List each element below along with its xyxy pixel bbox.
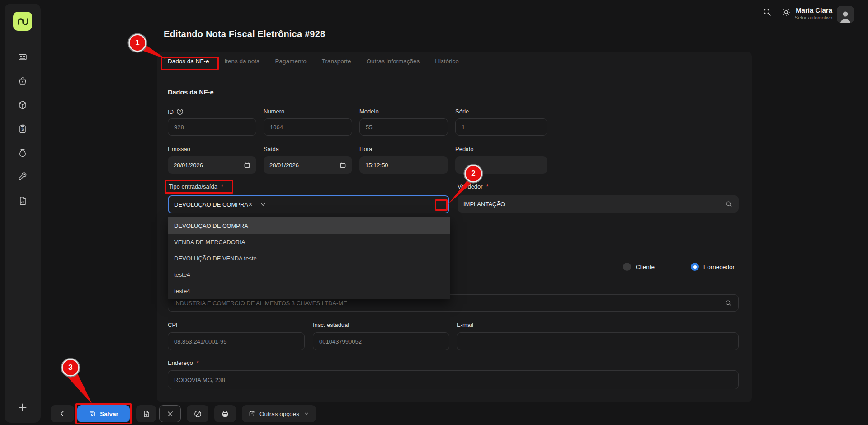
sidebar-item-contacts[interactable] [18,52,28,62]
tab-pagamento[interactable]: Pagamento [275,58,307,65]
external-link-icon [248,410,255,417]
calendar-icon[interactable] [340,162,346,169]
vendedor-label: Vendedor* [458,183,488,190]
emissao-label: Emissão [168,146,190,152]
brand-squiggle-icon [15,14,30,28]
emissao-date-field[interactable]: 28/01/2026 [168,156,256,174]
modelo-field[interactable]: 55 [359,118,448,136]
radio-cliente[interactable]: Cliente [623,262,655,271]
tab-historico[interactable]: Histórico [435,58,459,65]
export-document-button[interactable] [136,405,156,422]
id-label: ID ? [168,108,184,115]
annotation-rect-salvar [75,403,132,424]
radio-fornecedor[interactable]: Fornecedor [691,262,735,271]
app-window: $ Maria Cla [0,0,868,425]
sidebar-item-reports[interactable] [18,196,28,206]
annotation-rect-chevron [435,199,448,211]
endereco-field[interactable]: RODOVIA MG, 238 [168,370,739,389]
insc-estadual-field[interactable]: 0010437990052 [313,332,449,350]
dropdown-option[interactable]: teste4 [168,266,450,283]
brand-logo[interactable] [13,12,32,31]
tab-transporte[interactable]: Transporte [322,58,351,65]
sidebar-item-sales[interactable] [18,76,28,86]
dropdown-option[interactable]: DEVOLUÇÃO DE COMPRA [168,217,450,234]
document-arrow-icon [142,410,150,418]
block-icon [193,410,202,418]
search-icon[interactable] [725,299,732,307]
sidebar-item-finance[interactable] [18,148,28,158]
close-icon [167,411,174,417]
svg-text:$: $ [21,127,24,132]
email-field[interactable] [457,332,739,350]
search-icon[interactable] [762,7,772,17]
modelo-label: Modelo [359,108,379,115]
cpf-label: CPF [168,321,179,328]
dropdown-option[interactable]: teste4 [168,283,450,299]
hora-label: Hora [359,146,372,152]
user-role: Setor automotivo [795,15,832,20]
chevron-left-icon [58,410,66,418]
search-icon[interactable] [725,200,733,208]
chevron-down-icon[interactable] [259,200,267,208]
cancel-button[interactable] [187,405,208,422]
printer-icon [221,410,229,418]
tab-bar: Dados da NF-e Itens da nota Pagamento Tr… [157,52,752,71]
tab-itens-da-nota[interactable]: Itens da nota [225,58,260,65]
add-button[interactable] [18,402,28,412]
radio-cliente-dot[interactable] [623,263,631,271]
serie-label: Série [455,108,469,115]
saida-date-field[interactable]: 28/01/2026 [264,156,352,174]
user-name[interactable]: Maria Clara [796,6,832,14]
sidebar-item-tools[interactable] [18,172,28,182]
annotation-step-3: 3 [63,360,78,375]
dropdown-option[interactable]: VENDA DE MERCADORIA [168,234,450,250]
sidebar-item-products[interactable] [18,100,28,110]
numero-field[interactable]: 1064 [264,118,352,136]
endereco-label: Endereço* [168,359,198,366]
tipo-entrada-saida-select[interactable]: DEVOLUÇÃO DE COMPRA ✕ [168,195,449,213]
hora-field[interactable]: 15:12:50 [359,156,448,174]
cpf-field[interactable]: 08.853.241/0001-95 [168,332,305,350]
email-label: E-mail [457,321,473,328]
section-heading: Dados da NF-e [168,89,214,96]
radio-fornecedor-dot[interactable] [691,263,699,271]
tipo-dropdown-menu: DEVOLUÇÃO DE COMPRA VENDA DE MERCADORIA … [168,217,450,299]
vendedor-field[interactable]: IMPLANTAÇÃO [458,195,739,212]
sidebar: $ [5,4,41,423]
pedido-label: Pedido [455,146,473,152]
calendar-icon[interactable] [244,162,250,169]
insc-estadual-label: Insc. estadual [313,321,349,328]
clear-icon[interactable]: ✕ [248,201,253,208]
id-field[interactable]: 928 [168,118,256,136]
numero-label: Numero [264,108,284,115]
serie-field[interactable]: 1 [455,118,547,136]
theme-brightness-icon[interactable] [781,7,791,17]
annotation-rect-tab [161,57,219,70]
close-button[interactable] [159,405,181,422]
chevron-down-icon [303,411,310,417]
svg-text:?: ? [179,109,181,114]
annotation-step-2: 2 [466,166,481,181]
tab-outras-informacoes[interactable]: Outras informações [366,58,420,65]
help-icon[interactable]: ? [176,108,184,115]
page-title: Editando Nota Fiscal Eletrônica #928 [164,29,325,39]
avatar[interactable] [837,6,854,23]
sidebar-item-billing[interactable]: $ [18,124,28,134]
annotation-step-1: 1 [130,35,145,51]
dropdown-option[interactable]: DEVOLUÇÃO DE VENDA teste [168,250,450,266]
saida-label: Saída [264,146,279,152]
annotation-rect-tipo-label [165,180,233,194]
person-icon [839,9,852,23]
other-options-button[interactable]: Outras opções [242,405,316,422]
print-button[interactable] [214,405,236,422]
back-button[interactable] [51,405,74,422]
